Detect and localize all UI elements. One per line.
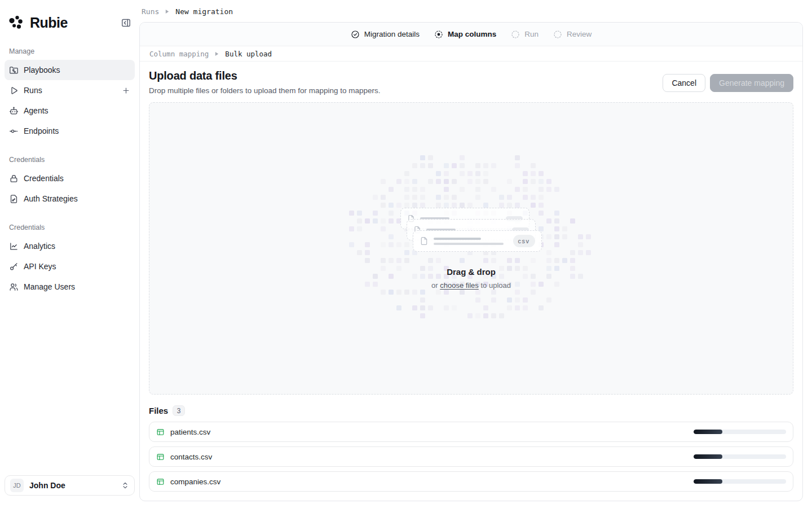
sidebar-item-label: Analytics <box>24 242 55 251</box>
step-label: Review <box>567 30 592 38</box>
folder-git-icon <box>9 65 19 75</box>
dropzone-sub-prefix: or <box>431 281 438 290</box>
collapse-sidebar-button[interactable] <box>120 16 133 29</box>
sidebar-item-auth-strategies[interactable]: Auth Strategies <box>5 189 135 209</box>
sidebar-item-endpoints[interactable]: Endpoints <box>5 121 135 141</box>
sidebar-item-label: Runs <box>24 86 42 95</box>
files-count-badge: 3 <box>173 405 185 416</box>
key-icon <box>9 262 19 271</box>
bot-icon <box>9 106 19 116</box>
app-logo: Rubie <box>8 14 68 31</box>
migration-card: Migration details Map columns Run <box>139 22 803 501</box>
sidebar-item-analytics[interactable]: Analytics <box>5 236 135 256</box>
sidebar-item-playbooks[interactable]: Playbooks <box>5 60 135 80</box>
page-description: Drop multiple files or folders to upload… <box>149 86 380 95</box>
dropzone-sub-suffix: to upload <box>480 281 511 290</box>
sidebar-item-runs[interactable]: Runs <box>5 80 135 100</box>
step-map-columns[interactable]: Map columns <box>434 30 496 39</box>
step-run[interactable]: Run <box>511 30 539 39</box>
file-row[interactable]: patients.csv <box>149 422 793 442</box>
add-run-button[interactable] <box>122 86 130 95</box>
sidebar-item-api-keys[interactable]: API Keys <box>5 256 135 277</box>
file-row[interactable]: companies.csv <box>149 471 793 492</box>
sidebar-item-label: Credentials <box>24 174 64 183</box>
file-name: companies.csv <box>170 478 220 486</box>
upload-progress-bar <box>694 454 786 459</box>
user-menu[interactable]: JD John Doe <box>5 475 135 496</box>
sidebar-item-label: Auth Strategies <box>24 194 78 203</box>
files-section-label: Files <box>149 406 168 415</box>
step-complete-icon <box>351 30 360 39</box>
step-label: Migration details <box>364 30 420 38</box>
breadcrumb-runs[interactable]: Runs <box>142 7 159 16</box>
step-review[interactable]: Review <box>553 30 592 39</box>
plus-icon <box>122 86 130 95</box>
file-key-icon <box>9 194 19 204</box>
table-icon <box>156 478 165 486</box>
sidebar-item-label: Manage Users <box>24 282 75 291</box>
sidebar: Rubie Manage Playbooks R <box>0 0 139 508</box>
sub-breadcrumb: Column mapping Bulk upload <box>140 46 802 62</box>
breadcrumb-separator-icon <box>165 9 170 14</box>
step-migration-details[interactable]: Migration details <box>351 30 420 39</box>
logo-dots-icon <box>8 14 25 31</box>
stacked-card-front: csv <box>413 230 542 252</box>
app-name: Rubie <box>30 15 68 31</box>
main-area: Runs New migration Migration details <box>139 0 812 508</box>
chevrons-up-down-icon <box>121 481 129 489</box>
file-icon <box>420 237 429 246</box>
lock-icon <box>9 174 19 183</box>
sidebar-item-label: Endpoints <box>24 126 59 135</box>
generate-mapping-button[interactable]: Generate mapping <box>710 74 793 92</box>
dropzone-heading: Drag & drop <box>447 267 496 277</box>
avatar: JD <box>10 479 24 492</box>
panel-collapse-icon <box>121 17 131 28</box>
sidebar-item-agents[interactable]: Agents <box>5 100 135 121</box>
csv-badge: csv <box>513 235 535 247</box>
sidebar-item-label: Agents <box>24 106 48 115</box>
step-label: Run <box>524 30 539 38</box>
cancel-button[interactable]: Cancel <box>663 74 705 92</box>
section-label-manage: Manage <box>5 47 135 55</box>
sidebar-item-credentials[interactable]: Credentials <box>5 168 135 189</box>
files-list: patients.csv contacts.csv <box>149 422 793 492</box>
stepper: Migration details Map columns Run <box>140 23 802 46</box>
user-name: John Doe <box>29 481 65 490</box>
file-name: contacts.csv <box>170 453 212 461</box>
sidebar-item-label: API Keys <box>24 262 56 271</box>
upload-progress-bar <box>694 479 786 484</box>
sidebar-item-manage-users[interactable]: Manage Users <box>5 277 135 297</box>
section-label-credentials: Credentials <box>5 156 135 164</box>
sub-breadcrumb-parent[interactable]: Column mapping <box>149 50 209 58</box>
sub-breadcrumb-current: Bulk upload <box>225 50 272 58</box>
play-icon <box>9 86 19 95</box>
dropzone-subtext: or choose files to upload <box>431 281 511 290</box>
choose-files-link[interactable]: choose files <box>440 281 479 290</box>
table-icon <box>156 428 165 436</box>
step-upcoming-icon <box>511 30 520 39</box>
route-icon <box>9 126 19 136</box>
step-active-icon <box>434 30 443 39</box>
file-name: patients.csv <box>170 428 210 436</box>
breadcrumb-separator-icon <box>214 51 219 56</box>
step-upcoming-icon <box>553 30 562 39</box>
table-icon <box>156 453 165 461</box>
section-label-credentials-2: Credentials <box>5 224 135 231</box>
page-title: Upload data files <box>149 69 380 82</box>
upload-progress-bar <box>694 430 786 434</box>
breadcrumb-current: New migration <box>175 7 233 16</box>
breadcrumb: Runs New migration <box>139 0 812 22</box>
sidebar-item-label: Playbooks <box>24 65 60 75</box>
dropzone[interactable]: csv Drag & drop or choose files to uploa… <box>149 102 793 395</box>
chart-line-icon <box>9 242 19 251</box>
file-stack-illustration: csv <box>400 208 542 252</box>
step-label: Map columns <box>448 30 496 38</box>
users-icon <box>9 282 19 292</box>
file-row[interactable]: contacts.csv <box>149 446 793 467</box>
